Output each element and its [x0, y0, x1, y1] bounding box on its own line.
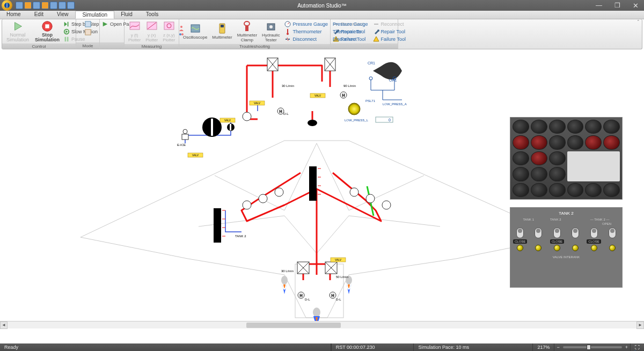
svg-text:H: H [299, 294, 302, 297]
horizontal-scrollbar[interactable]: ◄ ► [0, 321, 644, 328]
ribbon-group-control: Normal Simulation Stop Simulation Step b… [2, 19, 76, 49]
toggle-switch[interactable] [516, 228, 524, 238]
qat-button[interactable] [58, 2, 66, 9]
toggle-switch[interactable] [553, 228, 561, 238]
reconnect-label: Reconnect [381, 21, 404, 27]
indicator-led [572, 245, 579, 251]
sub-label: TANK 2 [550, 218, 561, 221]
tag: VALV [335, 258, 342, 261]
tag: VALV [224, 119, 231, 122]
failure-tool-button-2[interactable]: Failure Tool [373, 35, 406, 42]
yx-plotter-button[interactable]: y (x) Plotter [144, 20, 159, 43]
indicator-led [517, 245, 523, 251]
oscilloscope-button[interactable]: Oscilloscope [181, 23, 209, 40]
qat-button[interactable] [50, 2, 57, 9]
plot-label: y (t) Plotter [128, 33, 141, 43]
thermometer-label: Thermometer [292, 29, 321, 34]
svg-point-55 [259, 194, 267, 203]
svg-rect-28 [287, 29, 288, 33]
tag: VALV [314, 94, 321, 97]
tab-home[interactable]: Home [0, 11, 28, 19]
bottom-label: VALVE INTERANK [553, 255, 580, 259]
svg-point-23 [244, 21, 250, 26]
ribbon-collapse-button[interactable]: ˄ [634, 19, 642, 49]
svg-point-71 [281, 276, 288, 284]
svg-point-41 [308, 120, 317, 126]
plot-label: z (x,y) Plotter [163, 33, 175, 43]
toggle-switch[interactable] [572, 228, 579, 238]
qat-button[interactable] [41, 2, 49, 9]
failure-label: Failure Tool [381, 36, 406, 42]
scroll-thumb[interactable] [246, 323, 341, 328]
clamp-label: Multimeter Clamp [237, 33, 257, 43]
mode-button-1[interactable] [85, 20, 91, 27]
minimize-button[interactable]: — [592, 2, 605, 9]
tab-edit[interactable]: Edit [28, 11, 50, 19]
z-plotter-button[interactable]: z (x,y) Plotter [161, 20, 177, 43]
svg-text:H: H [279, 109, 282, 113]
qat-button[interactable] [16, 2, 23, 9]
ribbon: Normal Simulation Stop Simulation Step b… [2, 19, 642, 49]
multimeter-button[interactable]: Multimeter [210, 23, 233, 40]
app-orb-button[interactable] [2, 0, 12, 11]
svg-rect-15 [164, 22, 174, 30]
status-ready: Ready [0, 343, 331, 351]
scroll-track[interactable] [8, 321, 636, 329]
svg-rect-10 [85, 21, 90, 26]
thirty-lmin2-label: 30 L/min [281, 269, 294, 273]
low-press-a-label: LOW_PRESS_A [383, 103, 407, 106]
status-simpace: Simulation Pace: 10 ms [414, 343, 533, 351]
oscilloscope-icon [190, 23, 201, 35]
status-zoom: 217% [533, 343, 554, 351]
close-button[interactable]: ✕ [629, 2, 642, 10]
pressure-gauge-button-2[interactable]: Pressure Gauge [333, 20, 368, 27]
zoom-slider[interactable] [563, 346, 622, 348]
tank2-label: TANK 2 [235, 235, 246, 238]
normal-simulation-button[interactable]: Normal Simulation [4, 20, 31, 42]
svg-rect-9 [67, 36, 69, 41]
stop-simulation-button[interactable]: Stop Simulation [33, 20, 62, 42]
tab-simulation[interactable]: Simulation [75, 11, 114, 19]
svg-rect-8 [65, 36, 67, 41]
switch-label: CLOSE [513, 239, 527, 244]
qat-button[interactable] [33, 2, 40, 9]
group-label: Measuring [125, 44, 179, 49]
tab-view[interactable]: View [50, 11, 76, 19]
svg-rect-79 [182, 134, 188, 140]
group-label [100, 42, 124, 49]
qat-button[interactable] [67, 2, 75, 9]
reconnect-icon [373, 21, 379, 27]
zoom-out-button[interactable]: − [557, 345, 559, 350]
group-label: Mode [76, 42, 99, 49]
thermometer-button-2[interactable]: Thermometer [333, 28, 368, 35]
scroll-left-button[interactable]: ◄ [0, 321, 8, 329]
hydraulic-tester-button[interactable]: Hydraulic Tester [260, 20, 281, 43]
toggle-switch[interactable] [535, 228, 542, 238]
open-label: OPEN [514, 222, 619, 225]
pressure-gauge-button[interactable]: Pressure Gauge [284, 20, 328, 27]
disconnect-button[interactable]: Disconnect [284, 35, 328, 42]
scroll-right-button[interactable]: ► [636, 321, 644, 329]
svg-point-56 [275, 188, 283, 196]
disconnect-label: Disconnect [292, 36, 317, 42]
tab-tools[interactable]: Tools [140, 11, 165, 19]
thermometer-label: Thermometer [333, 29, 362, 34]
toggle-switch[interactable] [609, 228, 616, 238]
ninety-lmin-label: 90 L/min [343, 84, 356, 87]
mode-icon [85, 29, 91, 35]
disconnect-button-2[interactable]: Disconnect [333, 35, 368, 42]
multimeter-clamp-button[interactable]: Multimeter Clamp [236, 20, 259, 43]
tab-fluid[interactable]: Fluid [114, 11, 140, 19]
y-plotter-button[interactable]: y (t) Plotter [127, 20, 142, 43]
cr1-label: CR1 [368, 61, 375, 65]
reconnect-button-2[interactable]: Reconnect [373, 20, 406, 27]
thermometer-button[interactable]: Thermometer [284, 28, 328, 35]
qat-button[interactable] [24, 2, 32, 9]
ribbon-group-troubleshooting: Oscilloscope Multimeter Multimeter Clamp… [179, 19, 331, 49]
toggle-switch[interactable] [590, 228, 598, 238]
cockpit-panel-image [510, 117, 623, 200]
repair-tool-button-2[interactable]: Repair Tool [373, 28, 406, 35]
mode-button-2[interactable] [85, 28, 91, 35]
maximize-button[interactable]: ❐ [611, 2, 624, 9]
zoom-in-button[interactable]: + [625, 345, 628, 350]
